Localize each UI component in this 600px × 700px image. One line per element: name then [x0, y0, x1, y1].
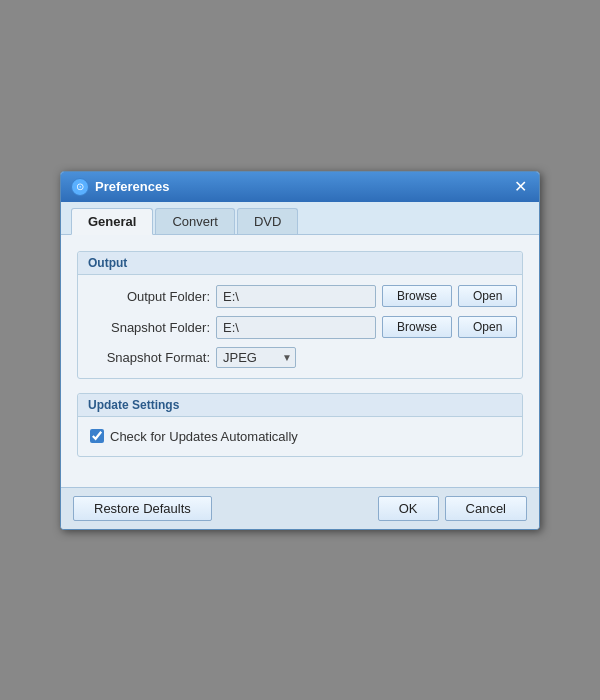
close-button[interactable]: ✕ — [512, 179, 529, 195]
output-folder-browse-button[interactable]: Browse — [382, 285, 452, 307]
update-section-title: Update Settings — [78, 394, 522, 417]
update-section: Update Settings Check for Updates Automa… — [77, 393, 523, 457]
title-bar: ⊙ Preferences ✕ — [61, 172, 539, 202]
output-folder-row: Output Folder: Browse Open — [90, 285, 510, 308]
tabs-bar: General Convert DVD — [61, 202, 539, 235]
preferences-dialog: ⊙ Preferences ✕ General Convert DVD Outp… — [60, 171, 540, 530]
update-section-body: Check for Updates Automatically — [78, 417, 522, 456]
restore-defaults-button[interactable]: Restore Defaults — [73, 496, 212, 521]
ok-button[interactable]: OK — [378, 496, 439, 521]
snapshot-folder-browse-button[interactable]: Browse — [382, 316, 452, 338]
tab-content-general: Output Output Folder: Browse Open Snapsh… — [61, 235, 539, 487]
check-updates-checkbox[interactable] — [90, 429, 104, 443]
output-section-title: Output — [78, 252, 522, 275]
footer: Restore Defaults OK Cancel — [61, 487, 539, 529]
output-folder-input[interactable] — [216, 285, 376, 308]
title-bar-left: ⊙ Preferences — [71, 178, 169, 196]
snapshot-folder-label: Snapshot Folder: — [90, 320, 210, 335]
output-section: Output Output Folder: Browse Open Snapsh… — [77, 251, 523, 379]
check-updates-label: Check for Updates Automatically — [110, 429, 298, 444]
snapshot-folder-open-button[interactable]: Open — [458, 316, 517, 338]
output-folder-label: Output Folder: — [90, 289, 210, 304]
snapshot-folder-input[interactable] — [216, 316, 376, 339]
output-folder-open-button[interactable]: Open — [458, 285, 517, 307]
cancel-button[interactable]: Cancel — [445, 496, 527, 521]
tab-convert[interactable]: Convert — [155, 208, 235, 234]
tab-dvd[interactable]: DVD — [237, 208, 298, 234]
footer-right: OK Cancel — [378, 496, 527, 521]
dialog-title: Preferences — [95, 179, 169, 194]
output-section-body: Output Folder: Browse Open Snapshot Fold… — [78, 275, 522, 378]
check-updates-row: Check for Updates Automatically — [90, 427, 510, 446]
app-icon: ⊙ — [71, 178, 89, 196]
snapshot-format-select[interactable]: JPEG PNG BMP — [216, 347, 296, 368]
tab-general[interactable]: General — [71, 208, 153, 235]
snapshot-format-wrapper: JPEG PNG BMP ▼ — [216, 347, 296, 368]
snapshot-format-label: Snapshot Format: — [90, 350, 210, 365]
snapshot-format-row: Snapshot Format: JPEG PNG BMP ▼ — [90, 347, 510, 368]
snapshot-folder-row: Snapshot Folder: Browse Open — [90, 316, 510, 339]
